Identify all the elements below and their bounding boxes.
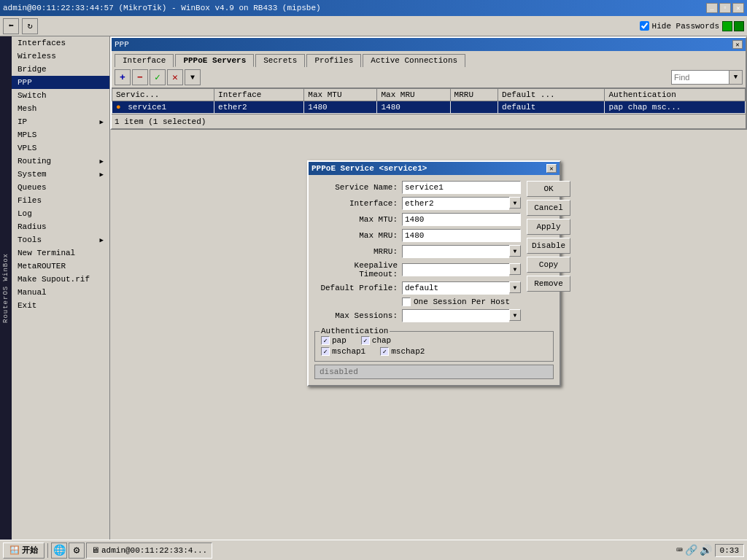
interface-dropdown-btn[interactable]: ▼ xyxy=(509,197,521,209)
sidebar-item-queues[interactable]: Queues xyxy=(12,181,109,194)
disable-button[interactable]: Disable xyxy=(527,238,570,254)
default-profile-input[interactable] xyxy=(402,281,509,295)
sidebar-item-interfaces[interactable]: Interfaces xyxy=(12,36,109,50)
title-bar: admin@00:11:22:33:44:57 (MikroTik) - Win… xyxy=(0,0,747,16)
sidebar-item-tools[interactable]: Tools ▶ xyxy=(12,233,109,246)
sidebar-arrow-routing: ▶ xyxy=(100,158,104,166)
hide-passwords-checkbox[interactable] xyxy=(640,21,649,31)
keepalive-field-wrapper: ▼ xyxy=(402,263,521,276)
taskbar-icon: 🖥 xyxy=(91,545,99,555)
one-session-label: One Session Per Host xyxy=(414,298,510,306)
sidebar: Interfaces Wireless Bridge PPP Switch Me… xyxy=(12,36,110,540)
sidebar-item-exit[interactable]: Exit xyxy=(12,299,109,312)
mschap1-checkbox[interactable]: ✓ xyxy=(321,347,330,356)
sidebar-item-switch[interactable]: Switch xyxy=(12,89,109,102)
sidebar-item-wireless[interactable]: Wireless xyxy=(12,50,109,63)
remove-button[interactable]: Remove xyxy=(527,276,570,292)
title-bar-left: admin@00:11:22:33:44:57 (MikroTik) - Win… xyxy=(3,4,321,12)
network-icon[interactable]: 🔗 xyxy=(685,544,697,556)
status-box-2 xyxy=(734,21,744,31)
default-profile-dropdown-btn[interactable]: ▼ xyxy=(509,281,521,293)
interface-field-wrapper: ▼ xyxy=(402,197,521,210)
service-name-input[interactable] xyxy=(402,181,521,194)
max-sessions-input[interactable] xyxy=(402,309,509,322)
start-icon: 🪟 xyxy=(9,545,20,555)
one-session-row: One Session Per Host xyxy=(314,298,521,306)
status-indicators xyxy=(722,21,744,31)
restore-btn[interactable]: ▫ xyxy=(719,3,731,13)
taskbar-browser-icon[interactable]: 🌐 xyxy=(51,542,67,559)
copy-button[interactable]: Copy xyxy=(527,257,570,273)
sidebar-wrapper: RouterOS WinBox Interfaces Wireless Brid… xyxy=(0,36,110,540)
disabled-bar: disabled xyxy=(314,365,554,379)
sidebar-item-label: System xyxy=(18,170,47,179)
system-tray: ⌨ 🔗 🔊 xyxy=(676,544,711,556)
ok-button[interactable]: OK xyxy=(527,181,570,197)
sidebar-item-vpls[interactable]: VPLS xyxy=(12,141,109,155)
sidebar-item-ip[interactable]: IP ▶ xyxy=(12,115,109,128)
sidebar-item-routing[interactable]: Routing ▶ xyxy=(12,155,109,168)
max-mru-input[interactable] xyxy=(402,229,521,242)
dialog-close-btn[interactable]: ✕ xyxy=(546,164,557,173)
sidebar-item-files[interactable]: Files xyxy=(12,194,109,207)
hide-passwords-area: Hide Passwords xyxy=(640,21,744,31)
sidebar-item-label: IP xyxy=(18,117,27,126)
max-mtu-row: Max MTU: xyxy=(314,213,521,226)
auth-row-1: ✓ pap ✓ chap xyxy=(321,336,547,345)
sidebar-item-label: Radius xyxy=(18,222,47,231)
max-mtu-input[interactable] xyxy=(402,213,521,226)
taskbar-winbox-item[interactable]: 🖥 admin@00:11:22:33:4... xyxy=(86,542,212,559)
mrru-input[interactable] xyxy=(402,245,509,258)
one-session-checkbox[interactable] xyxy=(402,298,411,306)
sidebar-item-bridge[interactable]: Bridge xyxy=(12,63,109,76)
taskbar-settings-icon[interactable]: ⚙ xyxy=(69,542,85,559)
sidebar-item-metarouter[interactable]: MetaROUTER xyxy=(12,260,109,273)
dialog-overlay: PPPoE Service <service1> ✕ Service Name:… xyxy=(110,36,747,540)
interface-row: Interface: ▼ xyxy=(314,197,521,210)
chap-label: chap xyxy=(372,336,391,345)
sidebar-item-label: Wireless xyxy=(18,52,56,61)
sidebar-item-mpls[interactable]: MPLS xyxy=(12,128,109,141)
sidebar-item-system[interactable]: System ▶ xyxy=(12,168,109,181)
mrru-dropdown-btn[interactable]: ▼ xyxy=(509,245,521,257)
sidebar-item-label: New Terminal xyxy=(18,249,75,257)
interface-label: Interface: xyxy=(314,199,402,208)
sidebar-item-log[interactable]: Log xyxy=(12,207,109,220)
sidebar-item-make-supout[interactable]: Make Supout.rif xyxy=(12,273,109,286)
dialog-content: Service Name: Interface: ▼ Max MTU: xyxy=(309,175,560,331)
sidebar-item-new-terminal[interactable]: New Terminal xyxy=(12,246,109,260)
back-icon[interactable]: ⬅ xyxy=(3,18,19,34)
cancel-button[interactable]: Cancel xyxy=(527,200,570,216)
sidebar-item-label: Switch xyxy=(18,91,47,100)
sidebar-item-label: Queues xyxy=(18,183,47,192)
pap-checkbox[interactable]: ✓ xyxy=(321,336,330,345)
sidebar-item-label: Log xyxy=(18,209,32,218)
dialog-fields: Service Name: Interface: ▼ Max MTU: xyxy=(314,181,521,325)
max-sessions-dropdown-btn[interactable]: ▼ xyxy=(509,309,521,321)
interface-input[interactable] xyxy=(402,197,509,210)
sidebar-item-radius[interactable]: Radius xyxy=(12,220,109,233)
tab-pppoe-servers[interactable]: PPPoE Servers xyxy=(175,54,254,67)
mschap2-label: mschap2 xyxy=(391,347,425,356)
max-mru-label: Max MRU: xyxy=(314,231,402,240)
speaker-icon[interactable]: 🔊 xyxy=(700,544,712,556)
close-btn[interactable]: ✕ xyxy=(732,3,744,13)
keepalive-dropdown-btn[interactable]: ▼ xyxy=(509,263,521,275)
chap-checkbox[interactable]: ✓ xyxy=(361,336,370,345)
keepalive-input[interactable] xyxy=(402,263,509,276)
dialog-title-text: PPPoE Service <service1> xyxy=(311,164,427,173)
keyboard-icon[interactable]: ⌨ xyxy=(676,544,682,556)
mschap2-checkbox[interactable]: ✓ xyxy=(380,347,389,356)
minimize-btn[interactable]: _ xyxy=(706,3,718,13)
sidebar-item-manual[interactable]: Manual xyxy=(12,286,109,299)
max-sessions-label: Max Sessions: xyxy=(314,311,402,320)
sidebar-item-label: Bridge xyxy=(18,65,47,74)
start-button[interactable]: 🪟 开始 xyxy=(3,542,44,559)
apply-button[interactable]: Apply xyxy=(527,219,570,235)
sidebar-item-label: Manual xyxy=(18,288,47,297)
sidebar-item-ppp[interactable]: PPP xyxy=(12,76,109,89)
system-clock: 0:33 xyxy=(715,544,744,557)
taskbar-divider xyxy=(47,543,48,558)
sidebar-item-mesh[interactable]: Mesh xyxy=(12,102,109,115)
refresh-icon[interactable]: ↻ xyxy=(22,18,38,34)
